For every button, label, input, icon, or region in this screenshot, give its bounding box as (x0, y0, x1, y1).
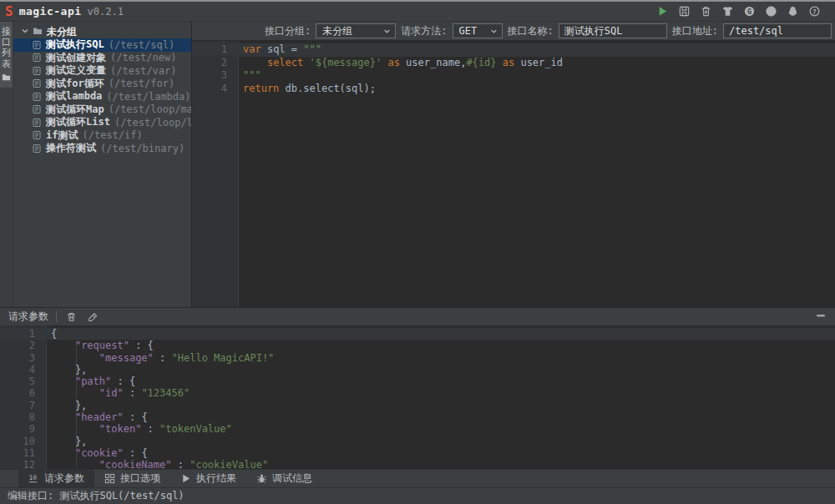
tree-item-path: (/test/sql) (109, 39, 175, 51)
tree-item-name: 测试for循环 (46, 77, 104, 91)
api-icon (32, 118, 42, 128)
minimize-icon[interactable] (815, 310, 827, 324)
line-number: 12 (0, 459, 47, 469)
name-label: 接口名称: (508, 24, 554, 38)
params-icon: 10 (28, 473, 39, 484)
script-code: 1var sql = """2 select '${message}' as u… (192, 41, 835, 96)
line-number: 9 (0, 423, 47, 435)
api-toolbar: 接口分组: 未分组 请求方法: GET 接口名称: 接口地址: (192, 22, 835, 41)
params-panel-header: 请求参数 (0, 307, 835, 325)
tree-item-name: 测试循环List (46, 115, 110, 129)
tree-item[interactable]: 测试循环List(/test/loop/list) (13, 116, 191, 129)
divider (56, 311, 57, 322)
api-name-input[interactable] (559, 23, 667, 38)
code-line: 11 "cookie" : { (0, 447, 835, 459)
api-path-input[interactable] (723, 23, 832, 38)
app-window: S magic-api v0.2.1 G? 接口列表 未分组 (0, 0, 835, 504)
bottom-tabs: 10请求参数接口选项执行结果调试信息 (0, 469, 835, 487)
tree-item[interactable]: 测试定义变量(/test/var) (13, 64, 191, 78)
code-line: 6 "id" : "123456" (0, 387, 835, 399)
topbar-actions: G? (655, 4, 827, 18)
tree-item-name: if测试 (46, 129, 78, 143)
svg-text:G: G (747, 8, 752, 16)
api-icon (32, 78, 42, 88)
tree-item[interactable]: if测试(/test/if) (13, 129, 191, 143)
code-line: 2 select '${message}' as user_name,#{id}… (192, 57, 835, 70)
code-line: 3 "message" : "Hello MagicAPI!" (0, 352, 835, 364)
folder-icon (2, 73, 11, 84)
path-label: 接口地址: (672, 24, 718, 38)
line-number: 8 (0, 411, 47, 423)
tree-item-name: 测试执行SQL (46, 38, 104, 52)
line-number: 3 (0, 352, 47, 364)
group-select[interactable]: 未分组 (316, 23, 396, 38)
help-icon[interactable]: ? (807, 4, 822, 18)
tree-item[interactable]: 测试创建对象(/test/new) (13, 52, 191, 65)
method-select[interactable]: GET (453, 23, 503, 38)
tree-item-name: 测试lambda (46, 89, 102, 103)
run-icon[interactable] (655, 4, 670, 18)
tab-label: 请求参数 (44, 471, 84, 486)
result-icon (180, 473, 191, 484)
tree-item[interactable]: 测试lambda(/test/lambda) (13, 90, 191, 103)
line-number: 2 (192, 57, 239, 70)
api-icon (32, 40, 42, 50)
tab-接口选项[interactable]: 接口选项 (94, 470, 170, 487)
tab-调试信息[interactable]: 调试信息 (246, 470, 322, 487)
api-icon (32, 66, 42, 76)
tree-item-path: (/test/if) (82, 129, 142, 141)
tree-item-name: 测试创建对象 (46, 51, 106, 65)
api-tree: 未分组 测试执行SQL(/test/sql)测试创建对象(/test/new)测… (13, 22, 192, 307)
script-editor[interactable]: 1var sql = """2 select '${message}' as u… (192, 41, 835, 307)
code-line: 1var sql = """ (192, 43, 835, 57)
line-number: 10 (0, 436, 47, 447)
tree-item[interactable]: 操作符测试(/test/binary) (13, 142, 191, 155)
options-icon (104, 473, 115, 484)
api-icon (32, 53, 42, 63)
code-line: 7 }, (0, 400, 835, 411)
tree-item-path: (/test/lambda) (106, 91, 190, 103)
gitee-icon[interactable]: G (742, 4, 757, 18)
tree-root-label: 未分组 (47, 25, 77, 39)
api-icon (32, 92, 42, 102)
tree-item[interactable]: 测试for循环(/test/for) (13, 78, 191, 91)
api-icon (32, 130, 42, 140)
line-number: 6 (0, 387, 47, 399)
delete-icon[interactable] (699, 4, 713, 18)
api-tree-items: 测试执行SQL(/test/sql)测试创建对象(/test/new)测试定义变… (13, 38, 191, 155)
save-icon[interactable] (677, 4, 691, 18)
params-panel-actions (64, 310, 99, 324)
tab-请求参数[interactable]: 10请求参数 (18, 470, 94, 487)
svg-text:?: ? (812, 8, 817, 16)
line-number: 7 (0, 400, 47, 411)
tree-item-path: (/test/loop/list) (114, 117, 192, 129)
line-number: 1 (192, 43, 239, 57)
qq-icon[interactable] (786, 4, 800, 18)
theme-icon[interactable] (721, 4, 735, 18)
status-bar: 编辑接口: 测试执行SQL(/test/sql) (0, 487, 835, 504)
tab-label: 执行结果 (196, 471, 236, 486)
code-line: 1{ (0, 328, 835, 340)
tab-执行结果[interactable]: 执行结果 (170, 470, 246, 487)
params-code: 1{2 "request" : {3 "message" : "Hello Ma… (0, 325, 835, 469)
tree-root-group[interactable]: 未分组 (13, 25, 191, 38)
code-line: 5 "path" : { (0, 375, 835, 387)
tree-item-path: (/test/var) (110, 65, 176, 77)
method-label: 请求方法: (401, 24, 447, 38)
request-params-editor[interactable]: 1{2 "request" : {3 "message" : "Hello Ma… (0, 325, 835, 469)
tree-item[interactable]: 测试执行SQL(/test/sql) (13, 38, 191, 52)
group-label: 接口分组: (265, 24, 311, 38)
github-icon[interactable] (764, 4, 778, 18)
code-line: 4 }, (0, 364, 835, 375)
sidebar-tab-api-list[interactable]: 接口列表 (0, 22, 13, 88)
topbar: S magic-api v0.2.1 G? (0, 2, 835, 22)
line-number: 3 (192, 69, 239, 83)
params-panel-title: 请求参数 (8, 310, 48, 324)
tree-item[interactable]: 测试循环Map(/test/loop/map) (13, 103, 191, 117)
code-line: 4return db.select(sql); (192, 83, 835, 96)
clean-icon[interactable] (86, 310, 99, 324)
tree-item-path: (/test/for) (109, 78, 175, 89)
tree-item-name: 测试定义变量 (46, 63, 106, 78)
trash-icon[interactable] (64, 310, 78, 324)
tree-item-path: (/test/binary) (100, 143, 185, 154)
